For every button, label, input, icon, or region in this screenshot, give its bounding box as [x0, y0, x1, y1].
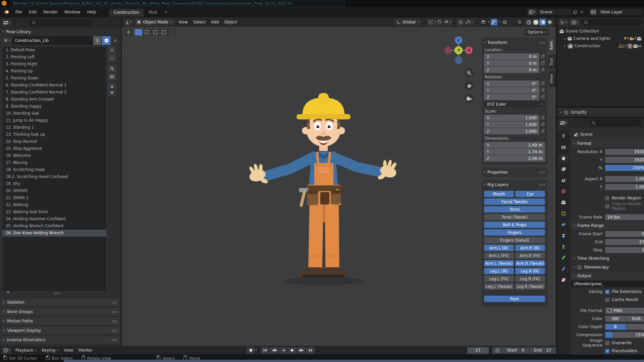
rig-layer-arm-l-fk-[interactable]: Arm.L (FK)	[484, 252, 514, 259]
view-layer-icon[interactable]	[590, 9, 597, 15]
properties-tab-constraints[interactable]	[558, 232, 569, 240]
y-field[interactable]: 1920	[605, 157, 644, 163]
pivot-point-button[interactable]	[427, 19, 434, 25]
remove-pose-button[interactable]: −	[108, 54, 116, 62]
rig-layer-arm-r-tweak-[interactable]: Arm.R (Tweak)	[515, 260, 545, 266]
record-button[interactable]	[247, 347, 255, 354]
rig-layer-leg-r-fk-[interactable]: Leg.R (FK)	[515, 276, 545, 282]
panel-grip[interactable]	[111, 329, 117, 332]
panel-grip[interactable]	[111, 311, 117, 313]
shading-wireframe-button[interactable]	[525, 19, 532, 25]
segment-clipped[interactable]	[626, 324, 644, 330]
cursor-tool-icon[interactable]	[124, 29, 132, 36]
expand-arrow-icon[interactable]: ▶	[7, 290, 10, 294]
timeline-menu-marker[interactable]: Marker	[76, 347, 95, 353]
properties-tab-object-data[interactable]	[558, 243, 569, 251]
gizmo-minus-z-axis[interactable]	[455, 57, 462, 64]
options-button[interactable]: Options▾	[525, 29, 549, 36]
lock-icon[interactable]	[541, 115, 545, 120]
step-field[interactable]: 1	[605, 247, 644, 253]
pose-list-item[interactable]: 23. Walking look front	[2, 208, 106, 216]
pose-list-item[interactable]: 5. Pointing Down	[2, 75, 106, 82]
rotation-mode-dropdown[interactable]: XYZ Euler▾	[484, 101, 545, 107]
y-field[interactable]: 1.00	[605, 184, 644, 190]
viewport-menu-select[interactable]: Select	[191, 19, 208, 25]
properties-tab-tool[interactable]	[558, 132, 569, 140]
move-tool[interactable]	[143, 29, 151, 36]
transform-panel-header[interactable]: ▾Transform	[484, 39, 545, 46]
file-extensions-checkbox[interactable]: ✓	[605, 290, 609, 294]
fake-user-toggle[interactable]	[102, 36, 111, 45]
new-scene-button[interactable]	[572, 9, 578, 15]
show-gizmo-dropdown[interactable]	[480, 19, 487, 25]
expand-icon[interactable]: ▸	[564, 37, 566, 40]
pose-library-panel-header[interactable]: ▾Pose Library	[0, 28, 121, 36]
rig-layer-leg-l-fk-[interactable]: Leg.L (FK)	[484, 276, 514, 282]
pose-specials-button[interactable]	[108, 73, 116, 80]
aspect-x-field[interactable]: 1.00	[605, 176, 644, 182]
next-keyframe-button[interactable]	[297, 347, 306, 354]
pose-list-item[interactable]: 8. Standing Arm Crossed	[2, 96, 106, 103]
jump-to-start-button[interactable]	[261, 347, 269, 354]
gizmo-z-axis[interactable]: Z	[455, 37, 462, 44]
menu-file[interactable]: File	[12, 9, 25, 15]
render-region-checkbox[interactable]	[605, 196, 609, 200]
placeholders-checkbox[interactable]: ✓	[605, 349, 609, 353]
viewport-3d[interactable]: ▾ Object Mode▾ ViewSelectAddObject Globa…	[122, 17, 556, 346]
outliner-construction-row[interactable]: ▸ Construction 57 99	[557, 42, 644, 50]
resolution-x-field[interactable]: 1920	[605, 149, 644, 155]
properties-tab-collection[interactable]	[558, 198, 569, 206]
cache-result-checkbox[interactable]	[605, 298, 609, 302]
properties-tab-render[interactable]	[558, 143, 569, 151]
move-pose-up-button[interactable]: ▲	[108, 83, 116, 89]
navigation-gizmo[interactable]: Z X -Y	[444, 36, 473, 68]
pose-library-name-field[interactable]: Construction_Lib	[12, 36, 93, 45]
transform-orientation-dropdown[interactable]: Global▾	[394, 18, 422, 26]
pose-list-item[interactable]: 19. Shy	[2, 180, 106, 187]
pose-library-type-icon[interactable]: ▾	[2, 36, 12, 45]
subpanel-skeleton[interactable]: ▸Skeleton	[0, 298, 120, 306]
timeline-editor-type-button[interactable]: ▾	[2, 347, 11, 354]
workspace-tab-mod[interactable]: Mod	[144, 9, 162, 17]
rig-layer-fingers-detail-[interactable]: Fingers (Detail)	[484, 237, 545, 243]
transform-field-x[interactable]: X1.69 m	[484, 142, 545, 148]
subpanel-motion-paths[interactable]: ▸Motion Paths	[0, 317, 120, 325]
falloff-curve-button[interactable]	[465, 19, 471, 25]
menu-window[interactable]: Window	[61, 9, 84, 15]
zoom-button[interactable]	[465, 68, 474, 77]
transform-tool[interactable]	[168, 29, 176, 36]
rig-layers-header[interactable]: ▾Rig Layers	[484, 181, 545, 188]
pose-list-item[interactable]: 25. Holding Wrench Confident	[2, 223, 106, 230]
pose-list-item[interactable]: 7. Standing Confident Normal 2	[2, 89, 106, 96]
subpanel-viewport-display[interactable]: ▸Viewport Display	[0, 326, 120, 335]
character-3d-model[interactable]	[236, 84, 409, 295]
properties-tab-bone-constraint[interactable]	[558, 265, 569, 273]
select-box-tool[interactable]	[135, 29, 143, 36]
snap-magnet-button[interactable]	[436, 19, 443, 25]
add-pose-button[interactable]: +	[108, 46, 116, 54]
pan-hand-button[interactable]	[465, 81, 474, 90]
proportional-editing-button[interactable]	[458, 19, 464, 25]
frame-end-field[interactable]: End27	[529, 347, 556, 354]
properties-tab-object[interactable]	[558, 209, 569, 218]
editor-type-button[interactable]: ▾	[2, 19, 11, 26]
pose-library-users-button[interactable]: 2	[93, 36, 101, 45]
scale-tool[interactable]	[160, 29, 168, 36]
pose-list-item[interactable]: 6. Standing Confident Normal 1	[2, 82, 106, 89]
frame-start-field[interactable]: 0	[605, 231, 644, 237]
timeline-menu-keying[interactable]: Keying▾	[39, 347, 61, 353]
transform-field-z[interactable]: Z0°	[484, 94, 539, 100]
rig-layer-torso-tweak-[interactable]: Torso (Tweak)	[484, 214, 545, 220]
pose-list-item[interactable]: 22. Walking	[2, 201, 106, 208]
pose-list-item[interactable]: 14. Stop Normal	[2, 138, 106, 145]
lock-icon[interactable]	[541, 81, 545, 86]
pose-list-item[interactable]: 2. Pointing Left	[2, 54, 106, 61]
lock-icon[interactable]	[541, 54, 545, 59]
unlink-scene-button[interactable]: ×	[579, 9, 585, 15]
subpanel-inverse-kinematics[interactable]: ▸Inverse Kinematics	[0, 336, 120, 344]
outliner-search-input[interactable]	[581, 19, 642, 26]
menu-edit[interactable]: Edit	[25, 9, 40, 15]
file-format-field[interactable]: PNG	[605, 308, 644, 314]
rig-layer-eye[interactable]: Eye	[515, 191, 545, 197]
rig-layer-leg-l-tweak-[interactable]: Leg.L (Tweak)	[484, 283, 514, 290]
